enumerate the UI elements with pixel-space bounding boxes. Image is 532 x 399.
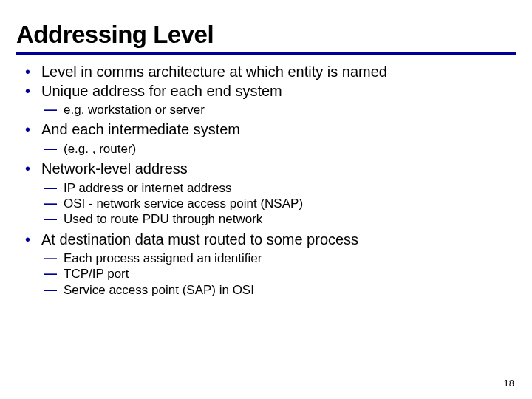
bullet-text: Unique address for each end system [41, 83, 282, 99]
sub-list: e.g. workstation or server [41, 102, 516, 117]
sub-item: Service access point (SAP) in OSI [64, 282, 516, 298]
bullet-list: Level in comms architecture at which ent… [16, 63, 516, 298]
list-item: Unique address for each end system e.g. … [41, 82, 516, 118]
title-underline [16, 52, 516, 55]
list-item: And each intermediate system (e.g. , rou… [41, 120, 516, 157]
sub-list: IP address or internet address OSI - net… [41, 180, 516, 228]
sub-item: OSI - network service access point (NSAP… [64, 196, 516, 211]
bullet-text: Network-level address [41, 160, 188, 177]
sub-item: (e.g. , router) [64, 141, 516, 157]
bullet-text: Level in comms architecture at which ent… [41, 64, 387, 80]
sub-item: Used to route PDU through network [64, 211, 516, 227]
page-number: 18 [504, 378, 514, 389]
sub-item: Each process assigned an identifier [64, 250, 516, 266]
bullet-text: And each intermediate system [41, 121, 240, 137]
list-item: Level in comms architecture at which ent… [41, 63, 516, 82]
sub-item: TCP/IP port [64, 266, 516, 282]
sub-item: IP address or internet address [64, 180, 516, 196]
sub-list: Each process assigned an identifier TCP/… [41, 250, 516, 298]
list-item: At destination data must routed to some … [41, 231, 516, 298]
list-item: Network-level address IP address or inte… [41, 160, 516, 227]
bullet-text: At destination data must routed to some … [41, 231, 358, 248]
sub-item: e.g. workstation or server [64, 102, 516, 117]
sub-list: (e.g. , router) [41, 141, 516, 157]
slide-title: Addressing Level [16, 21, 516, 52]
